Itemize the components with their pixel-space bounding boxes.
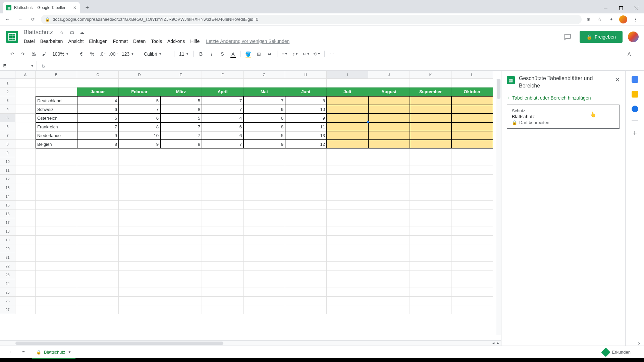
cell[interactable]: [119, 183, 160, 192]
cell[interactable]: [36, 157, 77, 166]
cell[interactable]: [244, 183, 285, 192]
cell[interactable]: [410, 140, 451, 148]
cell[interactable]: [15, 140, 36, 148]
cell[interactable]: [36, 227, 77, 236]
cell[interactable]: [368, 122, 410, 131]
cell[interactable]: [451, 279, 493, 288]
cell[interactable]: [119, 79, 160, 87]
cell[interactable]: [202, 209, 244, 218]
cell[interactable]: [36, 305, 77, 314]
row-header[interactable]: 27: [0, 305, 15, 314]
cell[interactable]: [15, 297, 36, 305]
cell[interactable]: [77, 192, 119, 201]
cell[interactable]: [451, 270, 493, 279]
cell[interactable]: [160, 227, 202, 236]
number-format-select[interactable]: 123▼: [120, 51, 136, 57]
row-header[interactable]: 22: [0, 262, 15, 270]
cell[interactable]: [368, 297, 410, 305]
cell[interactable]: [410, 279, 451, 288]
cell[interactable]: [202, 148, 244, 157]
cell[interactable]: 7: [202, 105, 244, 114]
cell[interactable]: [15, 131, 36, 140]
move-document-icon[interactable]: 🗀: [68, 29, 75, 36]
all-sheets-button[interactable]: ≡: [19, 348, 28, 357]
cell[interactable]: [202, 227, 244, 236]
protection-item[interactable]: Schutz Blattschutz 🔒 Darf bearbeiten: [507, 105, 620, 129]
cell[interactable]: [285, 227, 327, 236]
cell[interactable]: [119, 209, 160, 218]
italic-button[interactable]: I: [207, 49, 216, 59]
tasks-icon[interactable]: [632, 106, 638, 112]
name-box[interactable]: I5 ▼: [0, 61, 37, 70]
cell[interactable]: [36, 270, 77, 279]
cell[interactable]: [285, 148, 327, 157]
text-color-button[interactable]: A: [228, 49, 238, 59]
cell[interactable]: [410, 244, 451, 253]
reload-button[interactable]: ⟳: [28, 15, 38, 24]
account-avatar[interactable]: [628, 32, 639, 42]
menu-datei[interactable]: Datei: [21, 37, 37, 45]
maximize-button[interactable]: [613, 3, 629, 13]
cell[interactable]: [327, 305, 368, 314]
cell[interactable]: [327, 140, 368, 148]
cell[interactable]: 6: [119, 114, 160, 122]
cell[interactable]: [451, 122, 493, 131]
row-header[interactable]: 3: [0, 96, 15, 105]
calendar-icon[interactable]: [632, 76, 638, 83]
cell[interactable]: [77, 227, 119, 236]
cell[interactable]: [202, 236, 244, 244]
cell[interactable]: [119, 297, 160, 305]
cell[interactable]: [15, 183, 36, 192]
minimize-button[interactable]: [598, 3, 613, 13]
column-header[interactable]: G: [244, 71, 285, 79]
more-toolbar-button[interactable]: ⋯: [327, 49, 337, 59]
cell[interactable]: [327, 192, 368, 201]
cell[interactable]: [451, 288, 493, 297]
cell[interactable]: [410, 209, 451, 218]
menu-tools[interactable]: Tools: [149, 37, 164, 45]
cell[interactable]: [285, 218, 327, 227]
cell[interactable]: 5: [119, 96, 160, 105]
cell[interactable]: [119, 279, 160, 288]
cell[interactable]: Mai: [244, 87, 285, 96]
cell[interactable]: [327, 227, 368, 236]
show-side-panel-button[interactable]: ›: [638, 340, 640, 347]
column-header[interactable]: B: [36, 71, 77, 79]
cell[interactable]: [15, 122, 36, 131]
cell[interactable]: [160, 244, 202, 253]
cell[interactable]: [15, 209, 36, 218]
cell[interactable]: [368, 262, 410, 270]
cell[interactable]: [119, 175, 160, 183]
cell[interactable]: 5: [77, 114, 119, 122]
menu-daten[interactable]: Daten: [131, 37, 148, 45]
cell[interactable]: [160, 262, 202, 270]
cell[interactable]: [285, 297, 327, 305]
cell[interactable]: [410, 288, 451, 297]
cell[interactable]: [202, 297, 244, 305]
cell[interactable]: [15, 253, 36, 262]
cell[interactable]: 6: [77, 105, 119, 114]
cell[interactable]: Österreich: [36, 114, 77, 122]
cell[interactable]: [410, 105, 451, 114]
menu-einfuegen[interactable]: Einfügen: [87, 37, 110, 45]
cell[interactable]: [410, 305, 451, 314]
browser-menu-icon[interactable]: ⋮: [632, 16, 639, 23]
cell[interactable]: [368, 236, 410, 244]
close-window-button[interactable]: [629, 3, 644, 13]
cell[interactable]: 11: [285, 122, 327, 131]
cloud-status-icon[interactable]: ☁: [78, 29, 85, 36]
cell[interactable]: 9: [244, 140, 285, 148]
cell[interactable]: 7: [202, 140, 244, 148]
cell[interactable]: [410, 236, 451, 244]
borders-button[interactable]: ⊞: [254, 49, 264, 59]
cell[interactable]: [410, 79, 451, 87]
row-header[interactable]: 11: [0, 166, 15, 175]
cell[interactable]: [77, 305, 119, 314]
cell[interactable]: [77, 262, 119, 270]
cell[interactable]: [15, 166, 36, 175]
row-header[interactable]: 26: [0, 297, 15, 305]
cell[interactable]: [327, 253, 368, 262]
cell[interactable]: [285, 270, 327, 279]
cell[interactable]: Deutschland: [36, 96, 77, 105]
cell[interactable]: 7: [77, 122, 119, 131]
